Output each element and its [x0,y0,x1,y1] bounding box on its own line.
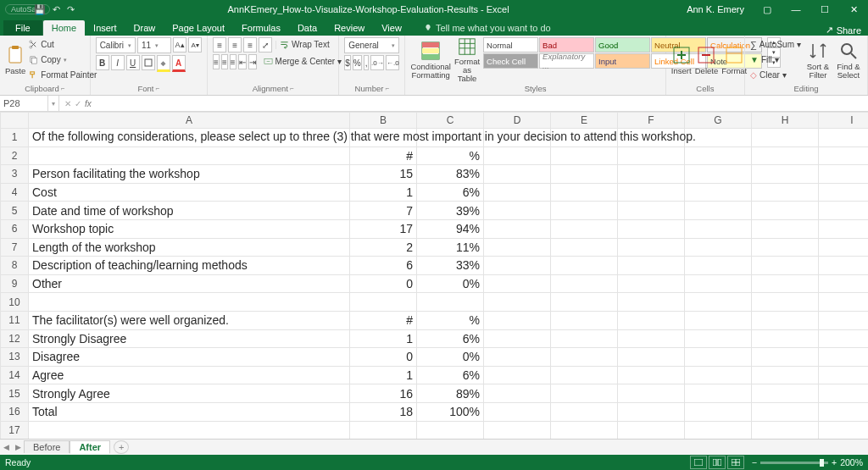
cell-A4[interactable]: Cost [29,183,350,202]
cell-H12[interactable] [752,329,819,348]
cell-C17[interactable] [417,421,484,439]
cell-G6[interactable] [685,219,752,238]
save-icon[interactable]: 💾 [34,4,46,15]
cell-G2[interactable] [685,147,752,165]
cell-F8[interactable] [618,257,685,275]
page-layout-view-icon[interactable] [709,456,726,469]
italic-button[interactable]: I [111,55,125,70]
cell-D12[interactable] [484,329,551,348]
cell-H8[interactable] [752,257,819,275]
format-as-table-button[interactable]: Format as Table [454,37,480,83]
cell-H16[interactable] [752,402,819,421]
align-top-icon[interactable]: ≡ [213,37,226,53]
cell-G7[interactable] [685,238,752,257]
row-header-16[interactable]: 16 [1,402,29,421]
cell-B4[interactable]: 1 [350,183,417,202]
cell-I9[interactable] [819,274,869,293]
row-header-11[interactable]: 11 [1,311,29,329]
cell-F6[interactable] [618,219,685,238]
tab-file[interactable]: File [3,20,43,36]
name-box[interactable]: P28 [0,96,48,111]
zoom-in-icon[interactable]: + [832,457,837,467]
cell-D3[interactable] [484,165,551,184]
col-header-D[interactable]: D [484,113,551,129]
cell-B9[interactable]: 0 [350,274,417,293]
new-sheet-icon[interactable]: + [114,440,129,454]
cell-G4[interactable] [685,183,752,202]
cell-C7[interactable]: 11% [417,238,484,257]
ribbon-options-icon[interactable]: ▢ [753,0,782,19]
cell-H1[interactable] [752,129,819,147]
underline-button[interactable]: U [126,55,140,70]
cell-I11[interactable] [819,311,869,329]
cell-I13[interactable] [819,348,869,367]
maximize-icon[interactable]: ☐ [810,0,839,19]
grow-font-icon[interactable]: A▴ [173,37,186,53]
cell-H14[interactable] [752,366,819,384]
cell-D9[interactable] [484,274,551,293]
cell-I6[interactable] [819,219,869,238]
cell-B8[interactable]: 6 [350,257,417,275]
cell-B14[interactable]: 1 [350,366,417,384]
cell-F11[interactable] [618,311,685,329]
cell-E14[interactable] [551,366,618,384]
decrease-decimal-icon[interactable]: ←.0 [386,55,399,70]
shrink-font-icon[interactable]: A▾ [188,37,202,53]
row-header-14[interactable]: 14 [1,366,29,384]
tab-view[interactable]: View [373,20,410,36]
cell-C16[interactable]: 100% [417,402,484,421]
cell-E5[interactable] [551,202,618,220]
paste-button[interactable]: Paste [5,37,25,83]
sheet-tab-before[interactable]: Before [24,440,70,453]
cell-F7[interactable] [618,238,685,257]
cell-B17[interactable] [350,421,417,439]
cell-E13[interactable] [551,348,618,367]
enter-formula-icon[interactable]: ✓ [75,99,81,108]
cell-A13[interactable]: Disagree [29,348,350,367]
increase-indent-icon[interactable]: ⇥ [248,54,257,69]
style-check-cell[interactable]: Check Cell [483,53,538,69]
cell-B12[interactable]: 1 [350,329,417,348]
cell-A15[interactable]: Strongly Agree [29,384,350,403]
worksheet-grid[interactable]: ABCDEFGHIJ1Of the following consideratio… [0,112,868,439]
col-header-H[interactable]: H [752,113,819,129]
cell-I5[interactable] [819,202,869,220]
cell-C5[interactable]: 39% [417,202,484,220]
cell-G16[interactable] [685,402,752,421]
cell-G3[interactable] [685,165,752,184]
cell-G13[interactable] [685,348,752,367]
cell-H6[interactable] [752,219,819,238]
cell-C12[interactable]: 6% [417,329,484,348]
increase-decimal-icon[interactable]: .0→ [370,55,384,70]
cell-I4[interactable] [819,183,869,202]
cell-E8[interactable] [551,257,618,275]
cell-E7[interactable] [551,238,618,257]
cell-I8[interactable] [819,257,869,275]
cell-I10[interactable] [819,293,869,312]
cell-G14[interactable] [685,366,752,384]
cell-A10[interactable] [29,293,350,312]
cell-G8[interactable] [685,257,752,275]
copy-button[interactable]: Copy▾ [29,53,97,67]
cell-G11[interactable] [685,311,752,329]
cell-A3[interactable]: Person facilitating the workshop [29,165,350,184]
cell-C3[interactable]: 83% [417,165,484,184]
merge-center-button[interactable]: Merge & Center▾ [264,54,342,69]
cell-D4[interactable] [484,183,551,202]
bold-button[interactable]: B [96,55,109,70]
cell-H15[interactable] [752,384,819,403]
cell-E17[interactable] [551,421,618,439]
cell-H3[interactable] [752,165,819,184]
find-select-button[interactable]: Find & Select [835,37,862,83]
zoom-out-icon[interactable]: − [752,457,757,467]
cell-B13[interactable]: 0 [350,348,417,367]
tab-page-layout[interactable]: Page Layout [164,20,233,36]
cell-C13[interactable]: 0% [417,348,484,367]
cell-I1[interactable] [819,129,869,147]
tab-home[interactable]: Home [43,20,85,36]
sheet-nav-prev-icon[interactable]: ◀ [0,443,12,451]
cell-E2[interactable] [551,147,618,165]
cell-F13[interactable] [618,348,685,367]
insert-cells-button[interactable]: Insert [671,37,692,83]
tab-draw[interactable]: Draw [125,20,164,36]
